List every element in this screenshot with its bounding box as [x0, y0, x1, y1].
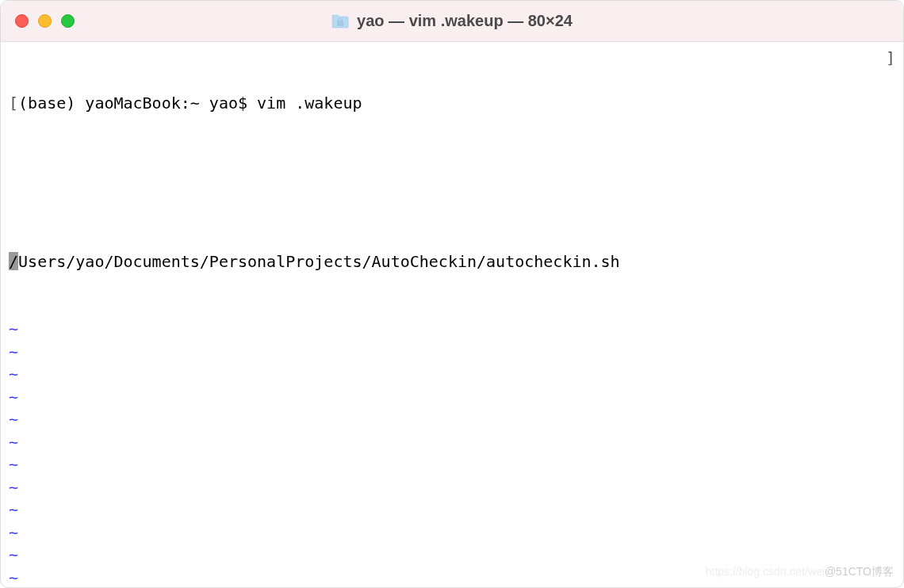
- vim-empty-line: ~: [9, 386, 895, 409]
- minimize-button[interactable]: [38, 14, 52, 28]
- vim-empty-line: ~: [9, 408, 895, 431]
- traffic-lights: [15, 14, 75, 28]
- vim-empty-line: ~: [9, 431, 895, 454]
- terminal-content[interactable]: [(base) yaoMacBook:~ yao$ vim .wakeup ] …: [1, 42, 903, 587]
- vim-empty-line: ~: [9, 363, 895, 386]
- vim-empty-line: ~: [9, 318, 895, 341]
- vim-empty-line: ~: [9, 453, 895, 476]
- window-title-container: yao — vim .wakeup — 80×24: [331, 12, 573, 30]
- left-bracket: [: [9, 92, 18, 115]
- file-path-text: Users/yao/Documents/PersonalProjects/Aut…: [18, 250, 620, 273]
- file-content-line: /Users/yao/Documents/PersonalProjects/Au…: [9, 250, 895, 273]
- prompt-line: [(base) yaoMacBook:~ yao$ vim .wakeup: [9, 92, 895, 115]
- close-button[interactable]: [15, 14, 29, 28]
- watermark-text: @51CTO博客: [825, 565, 894, 578]
- svg-rect-0: [337, 21, 343, 26]
- vim-empty-line: ~: [9, 498, 895, 521]
- maximize-button[interactable]: [61, 14, 75, 28]
- cursor-char: /: [9, 250, 18, 273]
- watermark: https://blog.csdn.net/wei@51CTO博客: [706, 560, 894, 583]
- blank-line: [9, 182, 895, 205]
- window-titlebar: yao — vim .wakeup — 80×24: [1, 1, 903, 42]
- window-title: yao — vim .wakeup — 80×24: [357, 12, 573, 30]
- vim-empty-line: ~: [9, 521, 895, 544]
- prompt-text: (base) yaoMacBook:~ yao$ vim .wakeup: [18, 92, 362, 115]
- vim-empty-line: ~: [9, 341, 895, 364]
- watermark-faint: https://blog.csdn.net/wei: [706, 565, 825, 578]
- vim-empty-line: ~: [9, 476, 895, 499]
- folder-icon: [331, 14, 349, 29]
- right-bracket: ]: [886, 47, 895, 70]
